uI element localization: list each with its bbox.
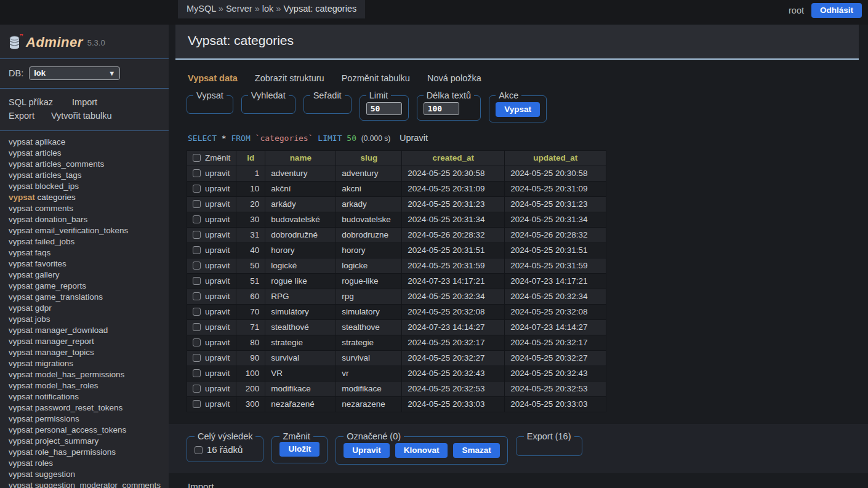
sidebar-item-suggestion_moderator_comments[interactable]: vypsat suggestion_moderator_comments	[9, 480, 169, 488]
sidebar-item-roles[interactable]: vypsat roles	[9, 458, 169, 469]
sidebar-item-email_verification_tokens[interactable]: vypsat email_verification_tokens	[9, 225, 169, 236]
sidebar-item-comments[interactable]: vypsat comments	[9, 203, 169, 214]
column-header-updated_at[interactable]: updated_at	[505, 151, 606, 166]
row-edit-link[interactable]: upravit	[205, 307, 230, 316]
db-select[interactable]: lok ▼	[29, 66, 120, 80]
column-header-id[interactable]: id	[236, 151, 265, 166]
tab-new-item[interactable]: Nová položka	[427, 73, 481, 83]
sidebar-item-failed_jobs[interactable]: vypsat failed_jobs	[9, 236, 169, 247]
sidebar-item-categories[interactable]: vypsat categories	[9, 192, 169, 203]
row-edit-link[interactable]: upravit	[205, 169, 230, 178]
row-edit-link[interactable]: upravit	[205, 353, 230, 362]
limit-input[interactable]	[366, 102, 402, 115]
row-edit-link[interactable]: upravit	[205, 199, 230, 209]
row-edit-link[interactable]: upravit	[205, 399, 230, 409]
sidebar-item-jobs[interactable]: vypsat jobs	[9, 314, 169, 325]
legend-export[interactable]: Export (16)	[524, 431, 574, 441]
sidebar-item-project_summary[interactable]: vypsat project_summary	[9, 436, 169, 447]
selected-action-button-1[interactable]: Klonovat	[395, 443, 448, 458]
sidebar-item-favorites[interactable]: vypsat favorites	[9, 258, 169, 270]
select-all-checkbox[interactable]	[193, 154, 201, 162]
sidebar-item-manager_download[interactable]: vypsat manager_download	[9, 325, 169, 336]
row-edit-link[interactable]: upravit	[205, 384, 230, 393]
row-checkbox[interactable]	[193, 323, 201, 331]
text-length-input[interactable]	[424, 102, 459, 115]
import-link[interactable]: Import	[188, 481, 214, 488]
row-edit-link[interactable]: upravit	[205, 230, 230, 239]
sidebar-item-gallery[interactable]: vypsat gallery	[9, 270, 169, 281]
row-edit-link[interactable]: upravit	[205, 215, 230, 224]
sidebar-item-articles[interactable]: vypsat articles	[9, 148, 169, 159]
sidebar-item-migrations[interactable]: vypsat migrations	[9, 358, 169, 369]
row-checkbox[interactable]	[193, 262, 201, 270]
row-edit-link[interactable]: upravit	[205, 276, 230, 286]
row-checkbox[interactable]	[193, 231, 201, 239]
sidebar-item-donation_bars[interactable]: vypsat donation_bars	[9, 214, 169, 225]
sidebar-item-notifications[interactable]: vypsat notifications	[9, 391, 169, 402]
row-edit-link[interactable]: upravit	[205, 292, 230, 301]
row-checkbox[interactable]	[193, 169, 201, 177]
row-checkbox[interactable]	[193, 185, 201, 193]
logout-button[interactable]: Odhlásit	[811, 3, 862, 18]
row-checkbox[interactable]	[193, 385, 201, 393]
sidebar-item-manager_topics[interactable]: vypsat manager_topics	[9, 347, 169, 358]
sidebar-item-permissions[interactable]: vypsat permissions	[9, 414, 169, 425]
column-header-name[interactable]: name	[265, 151, 336, 166]
sidebar-item-game_reports[interactable]: vypsat game_reports	[9, 281, 169, 292]
sidebar-item-blocked_ips[interactable]: vypsat blocked_ips	[9, 181, 169, 192]
sidebar-item-manager_report[interactable]: vypsat manager_report	[9, 336, 169, 347]
sidebar-item-suggestion[interactable]: vypsat suggestion	[9, 469, 169, 480]
legend-limit[interactable]: Limit	[366, 90, 392, 100]
row-edit-link[interactable]: upravit	[205, 184, 230, 193]
sidebar-item-password_reset_tokens[interactable]: vypsat password_reset_tokens	[9, 402, 169, 414]
column-header-created_at[interactable]: created_at	[402, 151, 505, 166]
sidebar-link-create-table[interactable]: Vytvořit tabulku	[51, 111, 112, 121]
sidebar-item-aplikace[interactable]: vypsat aplikace	[9, 137, 169, 148]
sidebar-item-faqs[interactable]: vypsat faqs	[9, 247, 169, 258]
sidebar-item-articles_comments[interactable]: vypsat articles_comments	[9, 159, 169, 170]
tab-select-data[interactable]: Vypsat data	[188, 73, 238, 83]
legend-select[interactable]: Vypsat	[193, 90, 227, 100]
breadcrumb-link-lok[interactable]: lok	[262, 4, 274, 14]
row-edit-link[interactable]: upravit	[205, 338, 230, 347]
breadcrumb-link-mysql[interactable]: MySQL	[187, 4, 216, 14]
sidebar-item-personal_access_tokens[interactable]: vypsat personal_access_tokens	[9, 425, 169, 436]
row-edit-link[interactable]: upravit	[205, 369, 230, 378]
legend-search[interactable]: Vyhledat	[248, 90, 289, 100]
selected-action-button-0[interactable]: Upravit	[344, 443, 390, 458]
tab-show-structure[interactable]: Zobrazit strukturu	[255, 73, 324, 83]
whole-result-checkbox[interactable]	[195, 446, 203, 454]
row-checkbox[interactable]	[193, 292, 201, 300]
sidebar-item-game_translations[interactable]: vypsat game_translations	[9, 292, 169, 303]
row-edit-link[interactable]: upravit	[205, 261, 230, 270]
row-checkbox[interactable]	[193, 246, 201, 254]
sidebar-item-articles_tags[interactable]: vypsat articles_tags	[9, 170, 169, 181]
legend-sort[interactable]: Seřadit	[310, 90, 345, 100]
legend-text-length[interactable]: Délka textů	[424, 90, 475, 100]
row-edit-link[interactable]: upravit	[205, 322, 230, 332]
sidebar-link-export[interactable]: Export	[9, 111, 34, 121]
save-button[interactable]: Uložit	[279, 442, 319, 457]
row-checkbox[interactable]	[193, 338, 201, 346]
selected-action-button-2[interactable]: Smazat	[453, 443, 499, 458]
select-all-label[interactable]: Změnit	[205, 153, 230, 162]
legend-whole-result[interactable]: Celý výsledek	[195, 431, 255, 441]
row-checkbox[interactable]	[193, 354, 201, 362]
row-edit-link[interactable]: upravit	[205, 246, 230, 255]
breadcrumb-link-server[interactable]: Server	[226, 4, 252, 14]
row-checkbox[interactable]	[193, 277, 201, 285]
sidebar-link-sql-command[interactable]: SQL příkaz	[9, 97, 53, 107]
sidebar-item-model_has_roles[interactable]: vypsat model_has_roles	[9, 380, 169, 391]
column-header-slug[interactable]: slug	[336, 151, 402, 166]
row-checkbox[interactable]	[193, 200, 201, 208]
tab-alter-table[interactable]: Pozměnit tabulku	[342, 73, 410, 83]
edit-query-link[interactable]: Upravit	[400, 133, 428, 143]
row-checkbox[interactable]	[193, 308, 201, 316]
row-checkbox[interactable]	[193, 369, 201, 377]
sidebar-link-import[interactable]: Import	[72, 97, 97, 107]
select-submit-button[interactable]: Vypsat	[496, 102, 540, 117]
sidebar-item-gdpr[interactable]: vypsat gdpr	[9, 303, 169, 314]
sidebar-item-role_has_permissions[interactable]: vypsat role_has_permissions	[9, 447, 169, 458]
row-checkbox[interactable]	[193, 215, 201, 223]
row-checkbox[interactable]	[193, 400, 201, 408]
